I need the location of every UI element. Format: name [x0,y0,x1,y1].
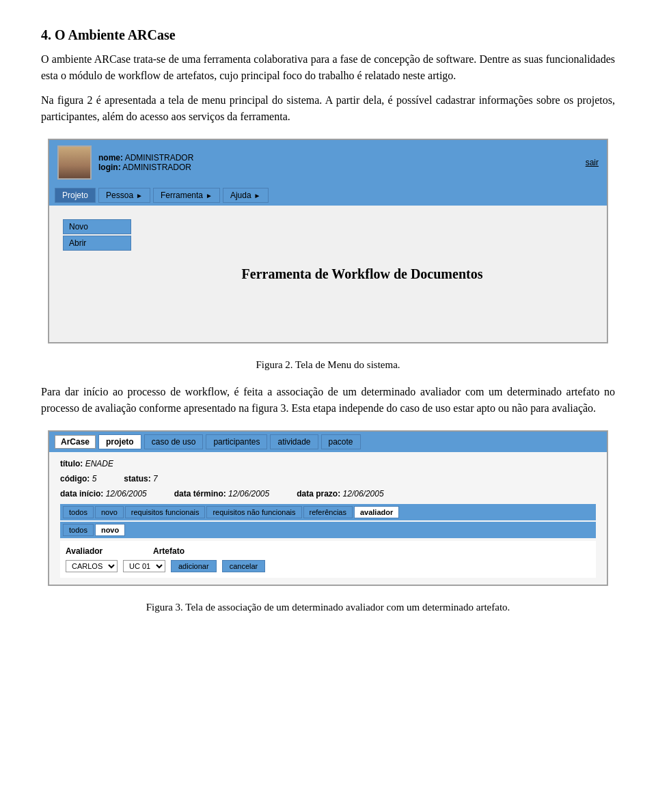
inner-tab-novo[interactable]: novo [95,506,124,518]
artefato-select[interactable]: UC 01 [123,560,165,572]
titulo-field: título: ENADE [60,459,113,468]
para-between: Para dar início ao processo de workflow,… [41,384,615,417]
fig2-menubar: Projeto Pessoa ► Ferramenta ► Ajuda ► [49,185,607,206]
arcase-association-screen: ArCase projeto caso de uso participantes… [49,431,607,585]
menu-pessoa[interactable]: Pessoa ► [98,188,150,203]
inner-tabs-row2: todos novo [60,522,596,538]
tab-participantes[interactable]: participantes [206,434,267,449]
inner-tab-referencias[interactable]: referências [303,506,353,518]
inner-tab2-novo[interactable]: novo [95,524,125,536]
chevron-right-icon: ► [206,192,213,199]
menu-projeto[interactable]: Projeto [55,188,96,203]
inner-tab-req-nfunc[interactable]: requisitos não funcionais [206,506,301,518]
fig2-center-title: Ferramenta de Workflow de Documentos [131,219,593,328]
tab-projeto[interactable]: projeto [98,434,141,449]
fig2-login-line: login: ADMINISTRADOR [98,163,193,172]
avaliador-select[interactable]: CARLOS [66,560,118,572]
figure3-caption: Figura 3. Tela de associação de um deter… [41,600,615,615]
inner-tab-todos[interactable]: todos [63,506,94,518]
col-avaliador: Avaliador [66,546,148,556]
codigo-field: código: 5 [60,474,96,484]
inner-tabs-row1: todos novo requisitos funcionais requisi… [60,504,596,520]
data-termino-field: data término: 12/06/2005 [174,489,269,499]
tab-caso-de-uso[interactable]: caso de uso [144,434,204,449]
figure3-container: ArCase projeto caso de uso participantes… [48,430,608,586]
fig2-header: nome: ADMINISTRADOR login: ADMINISTRADOR… [49,140,607,185]
submenu-novo[interactable]: Novo [63,219,131,234]
inner-tab-avaliador[interactable]: avaliador [354,506,399,518]
dates-row: data início: 12/06/2005 data término: 12… [60,489,596,499]
fig2-user-info: nome: ADMINISTRADOR login: ADMINISTRADOR [98,153,193,172]
para-1: O ambiente ARCase trata-se de uma ferram… [41,51,615,84]
fig3-topbar: ArCase projeto caso de uso participantes… [49,432,607,452]
avatar [57,145,92,180]
codigo-status-row: código: 5 status: 7 [60,474,596,484]
tab-pacote[interactable]: pacote [321,434,361,449]
figure2-caption: Figura 2. Tela de Menu do sistema. [41,357,615,373]
menu-ajuda[interactable]: Ajuda ► [223,188,269,203]
fig3-body: título: ENADE código: 5 status: 7 data i… [49,452,607,585]
titulo-row: título: ENADE [60,459,596,468]
tab-atividade[interactable]: atividade [270,434,318,449]
submenu-abrir[interactable]: Abrir [63,236,131,251]
chevron-right-icon: ► [136,192,143,199]
inner-tab2-todos[interactable]: todos [63,524,94,536]
adicionar-button[interactable]: adicionar [171,560,217,572]
para-2: Na figura 2 é apresentada a tela de menu… [41,92,615,125]
page-heading: 4. O Ambiente ARCase [41,27,615,43]
fig3-table-area: Avaliador Artefato CARLOS UC 01 adiciona… [60,541,596,578]
fig3-brand: ArCase [55,435,96,449]
cancelar-button[interactable]: cancelar [222,560,266,572]
inner-tab-req-func[interactable]: requisitos funcionais [125,506,206,518]
data-inicio-field: data início: 12/06/2005 [60,489,147,499]
fig2-user-section: nome: ADMINISTRADOR login: ADMINISTRADOR [57,145,193,180]
figure2-container: nome: ADMINISTRADOR login: ADMINISTRADOR… [48,139,608,344]
fig2-name-line: nome: ADMINISTRADOR [98,153,193,163]
sair-link[interactable]: sair [586,158,599,167]
fig2-content: Novo Abrir Ferramenta de Workflow de Doc… [49,206,607,342]
status-field: status: 7 [124,474,157,484]
col-artefato: Artefato [153,546,184,556]
chevron-right-icon: ► [254,192,261,199]
data-prazo-field: data prazo: 12/06/2005 [297,489,383,499]
add-association-row: CARLOS UC 01 adicionar cancelar [66,560,590,572]
arcase-menu-screen: nome: ADMINISTRADOR login: ADMINISTRADOR… [49,139,607,343]
menu-ferramenta[interactable]: Ferramenta ► [153,188,220,203]
fig2-submenu: Novo Abrir [63,219,131,328]
table-header-row: Avaliador Artefato [66,546,590,556]
